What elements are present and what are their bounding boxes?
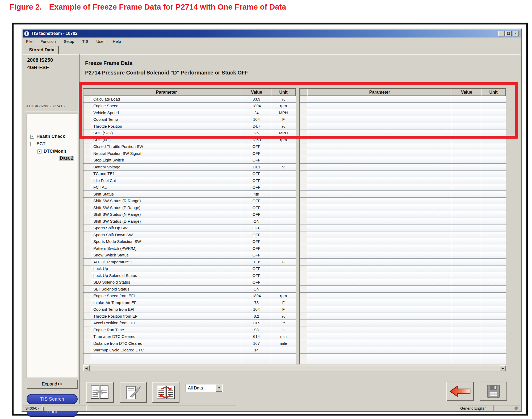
table-row[interactable]: Sports Shift Down SWOFF — [83, 231, 296, 238]
table-row[interactable] — [300, 333, 506, 340]
table-row[interactable]: SLU Solenoid StatusOFF — [83, 279, 296, 286]
table-row[interactable] — [300, 164, 506, 171]
table-row[interactable]: A/T Oil Temperature 191.6F — [83, 259, 296, 265]
table-row[interactable] — [300, 177, 506, 184]
data-list-button[interactable] — [86, 382, 114, 403]
table-row[interactable] — [300, 231, 506, 238]
table-row[interactable] — [300, 198, 506, 205]
scrollbar-track[interactable] — [90, 365, 500, 371]
table-row[interactable]: SLT Solenoid StatusON — [83, 286, 296, 293]
title-bar[interactable]: TIS techstream - 10702 _ ❐ × — [23, 30, 521, 38]
table-row[interactable]: Coolant Temp from EFI104F — [83, 306, 296, 313]
table-row[interactable]: Throttle Position from EFI8.2% — [83, 313, 296, 320]
menu-setup[interactable]: Setup — [64, 39, 74, 44]
table-row[interactable]: Sports Mode Selection SWOFF — [83, 238, 296, 245]
table-row[interactable]: Shift SW Status (R Range)OFF — [83, 198, 296, 205]
expand-button[interactable]: Expand>> — [27, 380, 78, 389]
table-row[interactable] — [300, 354, 506, 364]
tree-item-dtc-monitor[interactable]: - DTC/Monit — [37, 148, 66, 155]
table-row[interactable] — [300, 204, 506, 211]
table-row[interactable]: TC and TE1OFF — [83, 171, 296, 177]
table-row[interactable] — [300, 123, 506, 130]
header-parameter[interactable]: Parameter — [91, 89, 242, 96]
table-row[interactable] — [300, 347, 506, 354]
tree-toggle-icon[interactable]: - — [37, 150, 41, 154]
table-row[interactable]: Distance from DTC Cleared167mile — [83, 340, 296, 347]
table-row[interactable]: Neutral Position SW SignalOFF — [83, 150, 296, 157]
table-row[interactable] — [300, 279, 506, 286]
table-row[interactable]: Sports Shift Up SWOFF — [83, 225, 296, 232]
scroll-left-icon[interactable]: ◀ — [83, 365, 90, 371]
table-row[interactable]: Shift SW Status (N Range)OFF — [83, 211, 296, 218]
table-row[interactable] — [300, 259, 506, 265]
restore-icon[interactable]: ❐ — [505, 31, 512, 36]
table-row[interactable] — [300, 211, 506, 218]
table-row[interactable]: Coolant Temp104F — [83, 116, 296, 123]
menu-user[interactable]: User — [96, 39, 105, 44]
menu-file[interactable]: File — [26, 39, 32, 44]
table-row[interactable] — [300, 218, 506, 225]
table-row[interactable] — [300, 225, 506, 232]
table-row[interactable] — [300, 116, 506, 123]
table-row[interactable]: Pattern Switch (PWR/M)OFF — [83, 245, 296, 252]
edit-data-button[interactable] — [120, 382, 147, 403]
close-icon[interactable]: × — [513, 31, 519, 36]
tree-item-data-2[interactable]: Data 2 — [59, 155, 74, 161]
table-row[interactable]: Engine Speed1894rpm — [83, 103, 296, 110]
tree-item-ect[interactable]: - ECT — [30, 141, 45, 147]
table-row[interactable]: Shift SW Status (D Range)ON — [83, 218, 296, 225]
header-value[interactable]: Value — [242, 89, 271, 96]
tis-search-button[interactable]: TIS Search — [27, 394, 78, 404]
table-row[interactable] — [300, 320, 506, 327]
table-row[interactable] — [300, 130, 506, 137]
table-row[interactable]: Throttle Position24.7% — [83, 123, 296, 130]
table-row[interactable]: Warmup Cycle Cleared DTC14 — [83, 347, 296, 354]
refresh-data-button[interactable] — [152, 382, 179, 403]
table-row[interactable] — [300, 293, 506, 300]
table-row[interactable]: Lock UpOFF — [83, 265, 296, 272]
table-row[interactable] — [300, 238, 506, 245]
dropdown-arrow-icon[interactable]: ▼ — [216, 384, 222, 392]
table-row[interactable]: Battery Voltage14.1V — [83, 164, 296, 171]
table-row[interactable]: Shift Status4th — [83, 191, 296, 198]
table-row[interactable] — [300, 286, 506, 293]
table-row[interactable]: Idle Fuel CutOFF — [83, 177, 296, 184]
h-scrollbar[interactable]: ◀ ▶ — [83, 365, 506, 371]
table-row[interactable]: SPD (SP2)25MPH — [83, 130, 296, 137]
table-row[interactable]: Accel Position from EFI10.9% — [83, 320, 296, 327]
table-row[interactable]: Lock Up Solenoid StatusOFF — [83, 272, 296, 279]
table-row[interactable] — [300, 191, 506, 198]
back-button[interactable] — [446, 382, 474, 401]
table-row[interactable]: Intake-Air Temp from EFI73F — [83, 299, 296, 306]
table-row[interactable]: Engine Run Time98s — [83, 326, 296, 333]
table-row[interactable] — [300, 265, 506, 272]
header-value[interactable]: Value — [452, 89, 481, 96]
table-row[interactable]: SPD (NT)1350rpm — [83, 136, 296, 143]
table-row[interactable] — [300, 103, 506, 110]
table-row[interactable]: Calculate Load83.9% — [83, 96, 296, 103]
table-row[interactable]: Time after DTC Cleared614min — [83, 333, 296, 340]
data-filter-dropdown[interactable]: All Data ▼ — [186, 384, 223, 392]
table-row[interactable] — [83, 354, 296, 364]
table-row[interactable] — [300, 109, 506, 116]
minimize-icon[interactable]: _ — [498, 31, 505, 36]
tree-toggle-icon[interactable]: - — [30, 142, 34, 146]
table-row[interactable] — [300, 326, 506, 333]
table-row[interactable]: FC TAUOFF — [83, 184, 296, 191]
table-row[interactable] — [300, 272, 506, 279]
save-button[interactable] — [480, 382, 507, 401]
table-row[interactable] — [300, 313, 506, 320]
table-row[interactable]: Shift SW Status (P Range)OFF — [83, 204, 296, 211]
header-parameter[interactable]: Parameter — [307, 89, 452, 96]
header-unit[interactable]: Unit — [481, 89, 506, 96]
header-unit[interactable]: Unit — [271, 89, 296, 96]
table-row[interactable] — [300, 245, 506, 252]
table-row[interactable]: Closed Throttle Position SWOFF — [83, 143, 296, 150]
table-row[interactable]: Stop Light SwitchOFF — [83, 157, 296, 164]
menu-tis[interactable]: TIS — [82, 39, 88, 44]
menu-help[interactable]: Help — [113, 39, 121, 44]
table-row[interactable]: Snow Switch StatusOFF — [83, 252, 296, 259]
tree-toggle-icon[interactable]: + — [30, 135, 34, 139]
scroll-right-icon[interactable]: ▶ — [500, 365, 506, 371]
table-row[interactable] — [300, 299, 506, 306]
